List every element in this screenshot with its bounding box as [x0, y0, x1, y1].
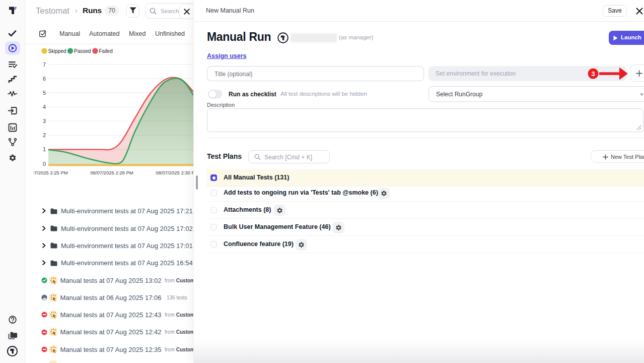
svg-text:0: 0 — [43, 161, 46, 167]
svg-text:3: 3 — [591, 70, 595, 78]
svg-text:4: 4 — [43, 104, 46, 110]
svg-text:08/07/2025 2:30 PM: 08/07/2025 2:30 PM — [156, 170, 196, 175]
svg-text:5: 5 — [43, 90, 46, 96]
svg-text:Failed: Failed — [99, 48, 113, 54]
svg-text:3: 3 — [43, 118, 46, 124]
svg-text:Passed: Passed — [74, 48, 91, 54]
svg-text:2: 2 — [43, 132, 46, 138]
svg-text:08/07/2025 2:28 PM: 08/07/2025 2:28 PM — [90, 170, 133, 175]
svg-text:1: 1 — [43, 146, 46, 152]
svg-text:Skipped: Skipped — [48, 48, 66, 54]
svg-text:6: 6 — [43, 76, 46, 82]
svg-text:7: 7 — [43, 62, 46, 68]
